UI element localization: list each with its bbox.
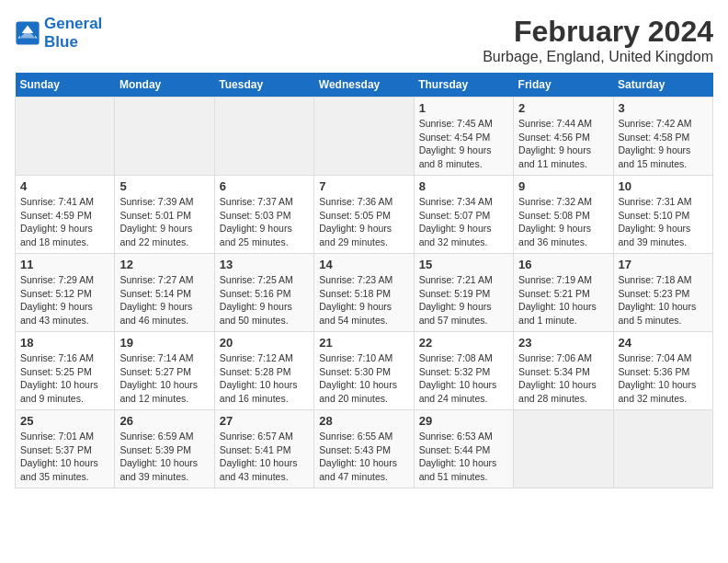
day-number: 3	[619, 101, 708, 115]
calendar-cell: 12Sunrise: 7:27 AM Sunset: 5:14 PM Dayli…	[115, 254, 214, 332]
day-info: Sunrise: 7:06 AM Sunset: 5:34 PM Dayligh…	[518, 351, 608, 406]
page-title: February 2024	[483, 15, 713, 49]
day-info: Sunrise: 7:41 AM Sunset: 4:59 PM Dayligh…	[20, 195, 109, 249]
page-header: General Blue February 2024 Burbage, Engl…	[15, 15, 713, 65]
weekday-header: Friday	[514, 73, 613, 98]
day-info: Sunrise: 7:31 AM Sunset: 5:10 PM Dayligh…	[619, 195, 708, 249]
day-number: 21	[319, 336, 408, 350]
day-number: 11	[20, 258, 109, 271]
logo-icon	[15, 20, 40, 46]
day-number: 22	[419, 336, 508, 350]
weekday-header: Sunday	[16, 73, 115, 98]
day-number: 25	[20, 414, 109, 428]
day-info: Sunrise: 7:12 AM Sunset: 5:28 PM Dayligh…	[220, 351, 309, 406]
calendar-cell: 26Sunrise: 6:59 AM Sunset: 5:39 PM Dayli…	[115, 410, 214, 488]
week-row: 18Sunrise: 7:16 AM Sunset: 5:25 PM Dayli…	[16, 332, 713, 410]
week-row: 25Sunrise: 7:01 AM Sunset: 5:37 PM Dayli…	[16, 410, 713, 488]
day-number: 28	[319, 414, 408, 428]
day-info: Sunrise: 7:19 AM Sunset: 5:21 PM Dayligh…	[518, 273, 608, 327]
day-info: Sunrise: 7:32 AM Sunset: 5:08 PM Dayligh…	[518, 195, 608, 249]
day-number: 16	[518, 258, 608, 271]
calendar-cell	[214, 98, 313, 176]
day-number: 17	[619, 258, 708, 271]
calendar-table: SundayMondayTuesdayWednesdayThursdayFrid…	[15, 73, 713, 488]
day-info: Sunrise: 7:36 AM Sunset: 5:05 PM Dayligh…	[319, 195, 408, 249]
day-info: Sunrise: 7:21 AM Sunset: 5:19 PM Dayligh…	[419, 273, 508, 327]
day-info: Sunrise: 7:04 AM Sunset: 5:36 PM Dayligh…	[619, 351, 708, 406]
day-number: 29	[419, 414, 508, 428]
calendar-cell: 29Sunrise: 6:53 AM Sunset: 5:44 PM Dayli…	[414, 410, 513, 488]
day-info: Sunrise: 7:27 AM Sunset: 5:14 PM Dayligh…	[119, 273, 209, 327]
calendar-cell: 24Sunrise: 7:04 AM Sunset: 5:36 PM Dayli…	[613, 332, 712, 410]
calendar-cell: 14Sunrise: 7:23 AM Sunset: 5:18 PM Dayli…	[314, 254, 414, 332]
calendar-cell: 19Sunrise: 7:14 AM Sunset: 5:27 PM Dayli…	[115, 332, 214, 410]
day-number: 12	[119, 258, 209, 271]
day-number: 6	[220, 179, 309, 193]
title-block: February 2024 Burbage, England, United K…	[483, 15, 713, 65]
calendar-cell: 6Sunrise: 7:37 AM Sunset: 5:03 PM Daylig…	[214, 176, 313, 254]
calendar-cell	[613, 410, 712, 488]
day-number: 15	[419, 258, 508, 271]
day-info: Sunrise: 7:14 AM Sunset: 5:27 PM Dayligh…	[119, 351, 209, 406]
calendar-cell: 28Sunrise: 6:55 AM Sunset: 5:43 PM Dayli…	[314, 410, 414, 488]
day-number: 13	[220, 258, 309, 271]
calendar-cell: 5Sunrise: 7:39 AM Sunset: 5:01 PM Daylig…	[115, 176, 214, 254]
day-number: 26	[119, 414, 209, 428]
day-info: Sunrise: 7:01 AM Sunset: 5:37 PM Dayligh…	[20, 430, 109, 484]
day-number: 19	[119, 336, 209, 350]
calendar-cell: 18Sunrise: 7:16 AM Sunset: 5:25 PM Dayli…	[16, 332, 115, 410]
day-info: Sunrise: 7:39 AM Sunset: 5:01 PM Dayligh…	[119, 195, 209, 249]
calendar-cell	[314, 98, 414, 176]
logo: General Blue	[15, 15, 102, 52]
calendar-cell: 16Sunrise: 7:19 AM Sunset: 5:21 PM Dayli…	[514, 254, 613, 332]
calendar-cell	[16, 98, 115, 176]
day-number: 5	[119, 179, 209, 193]
weekday-header: Tuesday	[214, 73, 313, 98]
day-info: Sunrise: 6:59 AM Sunset: 5:39 PM Dayligh…	[119, 430, 209, 484]
calendar-cell: 8Sunrise: 7:34 AM Sunset: 5:07 PM Daylig…	[414, 176, 513, 254]
calendar-cell: 11Sunrise: 7:29 AM Sunset: 5:12 PM Dayli…	[16, 254, 115, 332]
calendar-cell: 17Sunrise: 7:18 AM Sunset: 5:23 PM Dayli…	[613, 254, 712, 332]
day-info: Sunrise: 7:16 AM Sunset: 5:25 PM Dayligh…	[20, 351, 109, 406]
calendar-cell: 2Sunrise: 7:44 AM Sunset: 4:56 PM Daylig…	[514, 98, 613, 176]
day-info: Sunrise: 7:45 AM Sunset: 4:54 PM Dayligh…	[419, 117, 508, 171]
calendar-cell: 3Sunrise: 7:42 AM Sunset: 4:58 PM Daylig…	[613, 98, 712, 176]
weekday-header: Saturday	[613, 73, 712, 98]
day-number: 4	[20, 179, 109, 193]
calendar-cell	[115, 98, 214, 176]
weekday-header: Monday	[115, 73, 214, 98]
calendar-cell: 9Sunrise: 7:32 AM Sunset: 5:08 PM Daylig…	[514, 176, 613, 254]
calendar-cell: 13Sunrise: 7:25 AM Sunset: 5:16 PM Dayli…	[214, 254, 313, 332]
day-info: Sunrise: 7:42 AM Sunset: 4:58 PM Dayligh…	[619, 117, 708, 171]
calendar-cell: 23Sunrise: 7:06 AM Sunset: 5:34 PM Dayli…	[514, 332, 613, 410]
day-number: 7	[319, 179, 408, 193]
week-row: 4Sunrise: 7:41 AM Sunset: 4:59 PM Daylig…	[16, 176, 713, 254]
calendar-cell: 10Sunrise: 7:31 AM Sunset: 5:10 PM Dayli…	[613, 176, 712, 254]
week-row: 11Sunrise: 7:29 AM Sunset: 5:12 PM Dayli…	[16, 254, 713, 332]
day-info: Sunrise: 6:53 AM Sunset: 5:44 PM Dayligh…	[419, 430, 508, 484]
day-number: 10	[619, 179, 708, 193]
day-number: 14	[319, 258, 408, 271]
day-number: 1	[419, 101, 508, 115]
calendar-cell: 25Sunrise: 7:01 AM Sunset: 5:37 PM Dayli…	[16, 410, 115, 488]
day-info: Sunrise: 7:44 AM Sunset: 4:56 PM Dayligh…	[518, 117, 608, 171]
weekday-header: Thursday	[414, 73, 513, 98]
calendar-cell: 4Sunrise: 7:41 AM Sunset: 4:59 PM Daylig…	[16, 176, 115, 254]
day-number: 20	[220, 336, 309, 350]
day-info: Sunrise: 7:18 AM Sunset: 5:23 PM Dayligh…	[619, 273, 708, 327]
day-number: 8	[419, 179, 508, 193]
day-number: 9	[518, 179, 608, 193]
calendar-cell: 20Sunrise: 7:12 AM Sunset: 5:28 PM Dayli…	[214, 332, 313, 410]
day-number: 27	[220, 414, 309, 428]
calendar-cell: 1Sunrise: 7:45 AM Sunset: 4:54 PM Daylig…	[414, 98, 513, 176]
day-number: 2	[518, 101, 608, 115]
calendar-cell: 22Sunrise: 7:08 AM Sunset: 5:32 PM Dayli…	[414, 332, 513, 410]
calendar-cell: 21Sunrise: 7:10 AM Sunset: 5:30 PM Dayli…	[314, 332, 414, 410]
day-number: 18	[20, 336, 109, 350]
calendar-cell: 7Sunrise: 7:36 AM Sunset: 5:05 PM Daylig…	[314, 176, 414, 254]
day-info: Sunrise: 7:34 AM Sunset: 5:07 PM Dayligh…	[419, 195, 508, 249]
day-info: Sunrise: 7:08 AM Sunset: 5:32 PM Dayligh…	[419, 351, 508, 406]
day-info: Sunrise: 7:29 AM Sunset: 5:12 PM Dayligh…	[20, 273, 109, 327]
day-number: 24	[619, 336, 708, 350]
day-info: Sunrise: 7:10 AM Sunset: 5:30 PM Dayligh…	[319, 351, 408, 406]
